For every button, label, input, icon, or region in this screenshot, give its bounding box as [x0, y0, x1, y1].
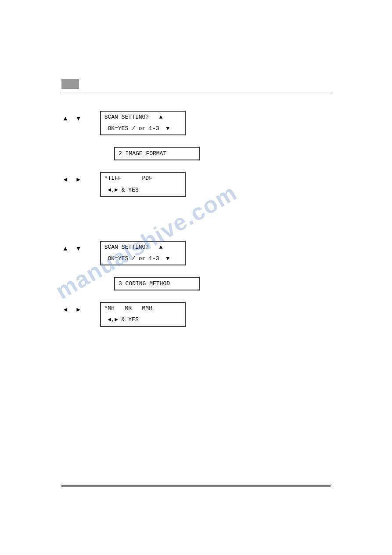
section2-scan-setting-row: ▲ ▼ SCAN SETTING? ▲ OK=YES / or 1-3 ▼: [61, 241, 331, 265]
section1-tiff-line1: *TIFF PDF: [101, 173, 185, 184]
section2-mh-display: *MH MR MMR ◄,► & YES: [100, 302, 186, 326]
section1-image-format-display: 2 IMAGE FORMAT: [114, 147, 200, 160]
section2-block: ▲ ▼ SCAN SETTING? ▲ OK=YES / or 1-3 ▼ 3 …: [61, 241, 331, 327]
section1-image-format-row: 2 IMAGE FORMAT: [114, 147, 331, 160]
section1-scan-setting-line2: OK=YES / or 1-3 ▼: [101, 123, 185, 134]
section1-right-arrow[interactable]: ►: [75, 175, 83, 183]
section1-down-arrow[interactable]: ▼: [75, 114, 83, 122]
section2-coding-method-row: 3 CODING METHOD: [114, 277, 331, 290]
section1-lr-arrows: ◄ ►: [61, 172, 83, 183]
section1-updown-arrows: ▲ ▼: [61, 111, 83, 122]
bottom-rule-area: [61, 485, 331, 487]
bottom-rule1: [61, 485, 331, 486]
page: manualshive.com ▲ ▼ SCAN SETTING? ▲ OK=Y…: [0, 0, 392, 555]
section2-coding-method-display: 3 CODING METHOD: [114, 277, 200, 290]
section2-updown-arrows: ▲ ▼: [61, 241, 83, 252]
section2-scan-setting-line2: OK=YES / or 1-3 ▼: [101, 253, 185, 265]
top-section: [0, 0, 392, 102]
top-rule: [61, 93, 331, 93]
section1-scan-setting-row: ▲ ▼ SCAN SETTING? ▲ OK=YES / or 1-3 ▼: [61, 111, 331, 135]
section1-left-arrow[interactable]: ◄: [61, 175, 69, 183]
gray-box: [61, 79, 79, 89]
section2-up-arrow[interactable]: ▲: [61, 244, 69, 252]
section2-left-arrow[interactable]: ◄: [61, 305, 69, 313]
section1-tiff-row: ◄ ► *TIFF PDF ◄,► & YES: [61, 172, 331, 196]
section2-right-arrow[interactable]: ►: [75, 305, 83, 313]
section2-mh-line1: *MH MR MMR: [101, 303, 185, 314]
section2-down-arrow[interactable]: ▼: [75, 244, 83, 252]
section1-scan-setting-display: SCAN SETTING? ▲ OK=YES / or 1-3 ▼: [100, 111, 186, 135]
section2-mh-row: ◄ ► *MH MR MMR ◄,► & YES: [61, 302, 331, 326]
section1-tiff-line2: ◄,► & YES: [101, 185, 185, 196]
section1-block: ▲ ▼ SCAN SETTING? ▲ OK=YES / or 1-3 ▼ 2 …: [61, 111, 331, 197]
section2-mh-line2: ◄,► & YES: [101, 314, 185, 326]
content-area: ▲ ▼ SCAN SETTING? ▲ OK=YES / or 1-3 ▼ 2 …: [0, 102, 392, 327]
section1-scan-setting-line1: SCAN SETTING? ▲: [101, 112, 185, 123]
section1-tiff-display: *TIFF PDF ◄,► & YES: [100, 172, 186, 196]
section2-scan-setting-line1: SCAN SETTING? ▲: [101, 242, 185, 253]
section2-lr-arrows: ◄ ►: [61, 302, 83, 313]
section1-up-arrow[interactable]: ▲: [61, 114, 69, 122]
bottom-rule2: [61, 486, 331, 487]
section2-scan-setting-display: SCAN SETTING? ▲ OK=YES / or 1-3 ▼: [100, 241, 186, 265]
